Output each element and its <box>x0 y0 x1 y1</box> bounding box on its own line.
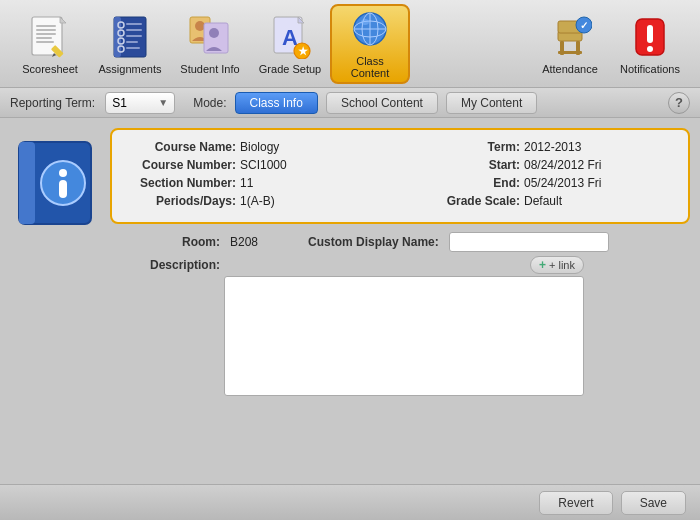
svg-rect-44 <box>647 25 653 43</box>
toolbar-item-notifications-label: Notifications <box>620 63 680 75</box>
scoresheet-icon <box>26 13 74 61</box>
custom-display-name-input[interactable] <box>449 232 609 252</box>
course-number-label: Course Number: <box>126 158 236 172</box>
description-label: Description: <box>110 256 220 272</box>
left-panel <box>10 128 100 474</box>
svg-text:✓: ✓ <box>580 20 588 31</box>
revert-button[interactable]: Revert <box>539 491 612 515</box>
mode-label: Mode: <box>193 96 226 110</box>
mode-bar: Reporting Term: S1 ▼ Mode: Class Info Sc… <box>0 88 700 118</box>
course-name-value: Biology <box>240 140 279 154</box>
svg-point-23 <box>209 28 219 38</box>
mode-btn-my-content[interactable]: My Content <box>446 92 537 114</box>
start-value: 08/24/2012 Fri <box>524 158 601 172</box>
room-label: Room: <box>110 235 220 249</box>
grade-setup-icon: A ★ <box>266 13 314 61</box>
svg-rect-18 <box>126 41 138 43</box>
toolbar-item-class-content[interactable]: Class Content <box>330 4 410 84</box>
svg-point-49 <box>59 169 67 177</box>
periods-col: Periods/Days: 1(A-B) <box>126 194 390 208</box>
toolbar-item-class-content-label: Class Content <box>336 55 404 79</box>
toolbar-item-student-info-label: Student Info <box>180 63 239 75</box>
room-row: Room: B208 Custom Display Name: <box>110 232 690 252</box>
section-number-col: Section Number: 11 <box>126 176 390 190</box>
toolbar-item-grade-setup-label: Grade Setup <box>259 63 321 75</box>
svg-rect-17 <box>126 35 142 37</box>
svg-rect-16 <box>126 29 142 31</box>
link-button[interactable]: + + link <box>530 256 584 274</box>
reporting-term-label: Reporting Term: <box>10 96 95 110</box>
grade-scale-value: Default <box>524 194 562 208</box>
term-col: Term: 2012-2013 <box>410 140 674 154</box>
toolbar-item-attendance-label: Attendance <box>542 63 598 75</box>
svg-rect-3 <box>36 29 56 31</box>
end-col: End: 05/24/2013 Fri <box>410 176 674 190</box>
info-card: Course Name: Biology Term: 2012-2013 Cou… <box>110 128 690 224</box>
link-btn-label: + link <box>549 259 575 271</box>
section-number-value: 11 <box>240 176 253 190</box>
info-row-4: Periods/Days: 1(A-B) Grade Scale: Defaul… <box>126 194 674 208</box>
periods-days-value: 1(A-B) <box>240 194 275 208</box>
class-content-icon <box>346 9 394 53</box>
svg-rect-5 <box>36 37 52 39</box>
grade-scale-label: Grade Scale: <box>410 194 520 208</box>
reporting-term-value: S1 <box>112 96 127 110</box>
help-button[interactable]: ? <box>668 92 690 114</box>
notifications-icon <box>626 13 674 61</box>
svg-rect-15 <box>126 23 142 25</box>
toolbar-item-attendance[interactable]: ✓ Attendance <box>530 4 610 84</box>
course-number-value: SCI1000 <box>240 158 287 172</box>
start-label: Start: <box>410 158 520 172</box>
svg-rect-4 <box>36 33 56 35</box>
svg-rect-2 <box>36 25 56 27</box>
assignments-icon <box>106 13 154 61</box>
end-value: 05/24/2013 Fri <box>524 176 601 190</box>
periods-days-label: Periods/Days: <box>126 194 236 208</box>
class-icon-large <box>15 138 95 228</box>
course-number-col: Course Number: SCI1000 <box>126 158 390 172</box>
description-right: + + link <box>224 256 584 396</box>
description-row: Description: + + link <box>110 256 690 396</box>
save-button[interactable]: Save <box>621 491 686 515</box>
end-label: End: <box>410 176 520 190</box>
toolbar-item-assignments[interactable]: Assignments <box>90 4 170 84</box>
info-row-2: Course Number: SCI1000 Start: 08/24/2012… <box>126 158 674 172</box>
toolbar-item-grade-setup[interactable]: A ★ Grade Setup <box>250 4 330 84</box>
toolbar-item-scoresheet[interactable]: Scoresheet <box>10 4 90 84</box>
term-value: 2012-2013 <box>524 140 581 154</box>
toolbar: Scoresheet Assignments <box>0 0 700 88</box>
reporting-term-select[interactable]: S1 ▼ <box>105 92 175 114</box>
svg-rect-40 <box>558 51 582 54</box>
select-arrow-icon: ▼ <box>158 97 168 108</box>
svg-rect-19 <box>126 47 140 49</box>
svg-marker-1 <box>60 17 66 23</box>
mode-btn-school-content[interactable]: School Content <box>326 92 438 114</box>
svg-rect-50 <box>59 180 67 198</box>
svg-rect-47 <box>19 142 35 224</box>
svg-rect-6 <box>36 41 54 43</box>
right-panel: Course Name: Biology Term: 2012-2013 Cou… <box>110 128 690 474</box>
info-row-1: Course Name: Biology Term: 2012-2013 <box>126 140 674 154</box>
info-row-3: Section Number: 11 End: 05/24/2013 Fri <box>126 176 674 190</box>
course-name-col: Course Name: Biology <box>126 140 390 154</box>
grade-scale-col: Grade Scale: Default <box>410 194 674 208</box>
section-number-label: Section Number: <box>126 176 236 190</box>
start-col: Start: 08/24/2012 Fri <box>410 158 674 172</box>
term-label: Term: <box>410 140 520 154</box>
custom-display-name-label: Custom Display Name: <box>308 235 439 249</box>
mode-btn-class-info[interactable]: Class Info <box>235 92 318 114</box>
bottom-bar: Revert Save <box>0 484 700 520</box>
main-content: Course Name: Biology Term: 2012-2013 Cou… <box>0 118 700 484</box>
course-name-label: Course Name: <box>126 140 236 154</box>
toolbar-item-scoresheet-label: Scoresheet <box>22 63 78 75</box>
attendance-icon: ✓ <box>546 13 594 61</box>
link-plus-icon: + <box>539 258 546 272</box>
room-value: B208 <box>230 235 258 249</box>
toolbar-item-notifications[interactable]: Notifications <box>610 4 690 84</box>
description-textarea[interactable] <box>224 276 584 396</box>
toolbar-item-assignments-label: Assignments <box>99 63 162 75</box>
svg-text:★: ★ <box>298 45 309 57</box>
svg-point-45 <box>647 46 653 52</box>
student-icon <box>186 13 234 61</box>
toolbar-item-student-info[interactable]: Student Info <box>170 4 250 84</box>
